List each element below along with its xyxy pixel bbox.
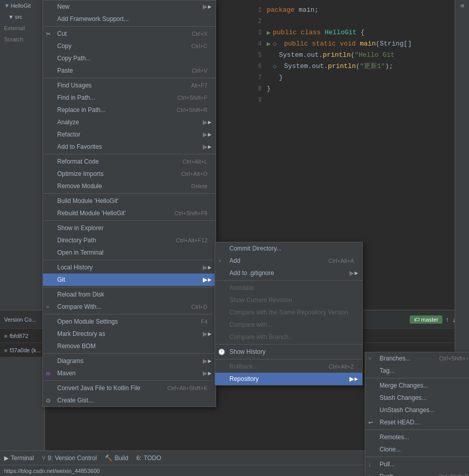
- compare-shortcut: Ctrl+D: [192, 304, 207, 310]
- menu-rebuild-module-label: Rebuild Module 'HelloGit': [57, 210, 126, 217]
- menu-local-history[interactable]: Local History ▶: [43, 261, 216, 274]
- git-annotate-label: Annotate: [229, 284, 254, 291]
- menu-find-usages-label: Find Usages: [57, 82, 91, 89]
- tree-scratch[interactable]: Scratch: [0, 34, 44, 45]
- tree-src[interactable]: ▼ src: [0, 11, 44, 22]
- repo-stash-label: Stash Changes...: [380, 394, 427, 401]
- git-add[interactable]: + Add Ctrl+Alt+A: [215, 255, 362, 267]
- repo-reset-head[interactable]: ↩ Reset HEAD...: [365, 416, 469, 428]
- menu-create-gist-label: Create Gist...: [57, 397, 93, 404]
- repo-stash[interactable]: Stash Changes...: [365, 392, 469, 404]
- repo-tag[interactable]: Tag...: [365, 365, 469, 377]
- git-add-gitignore[interactable]: Add to .gitignore ▶: [215, 267, 362, 279]
- sep-3: [43, 154, 216, 154]
- menu-open-module-settings[interactable]: Open Module Settings F4: [43, 315, 216, 328]
- optimize-shortcut: Ctrl+Alt+O: [181, 171, 207, 177]
- menu-compare-with-label: Compare With...: [57, 303, 102, 310]
- menu-add-framework[interactable]: Add Framework Support...: [43, 13, 216, 25]
- menu-copy-path[interactable]: Copy Path...: [43, 52, 216, 64]
- menu-git[interactable]: Git ▶: [43, 274, 216, 286]
- structure-icon[interactable]: ≡: [459, 4, 466, 8]
- menu-new[interactable]: New ▶: [43, 1, 216, 13]
- menu-compare-with[interactable]: ≈ Compare With... Ctrl+D: [43, 301, 216, 313]
- tab-terminal[interactable]: ▶ Terminal: [4, 455, 34, 462]
- menu-replace-in-path[interactable]: Replace in Path... Ctrl+Shift+R: [43, 104, 216, 116]
- git-add-gitignore-label: Add to .gitignore: [229, 269, 274, 277]
- git-rollback-label: Rollback...: [229, 363, 258, 370]
- repo-clone[interactable]: Clone...: [365, 443, 469, 456]
- tab-build[interactable]: 🔨 Build: [105, 455, 128, 462]
- git-compare-with[interactable]: Compare with...: [215, 319, 362, 331]
- git-commit-directory[interactable]: Commit Directory...: [215, 242, 362, 255]
- repo-branches[interactable]: ⑂ Branches... Ctrl+Shift+↑: [365, 352, 469, 365]
- git-show-history[interactable]: 🕐 Show History: [215, 346, 362, 358]
- git-rollback[interactable]: Rollback... Ctrl+Alt+Z: [215, 360, 362, 373]
- menu-remove-bom[interactable]: Remove BOM: [43, 340, 216, 352]
- git-compare-branch[interactable]: Compare with Branch...: [215, 331, 362, 343]
- menu-mark-directory[interactable]: Mark Directory as ▶: [43, 328, 216, 340]
- menu-analyze[interactable]: Analyze ▶: [43, 116, 216, 128]
- cut-shortcut: Ctrl+X: [192, 31, 207, 37]
- open-module-shortcut: F4: [201, 319, 207, 325]
- menu-create-gist[interactable]: ⊙ Create Gist...: [43, 394, 216, 406]
- history-icon: 🕐: [218, 349, 225, 355]
- menu-cut[interactable]: ✂ Cut Ctrl+X: [43, 28, 216, 40]
- git-show-current[interactable]: Show Current Revision: [215, 294, 362, 306]
- git-repository[interactable]: Repository ▶: [215, 373, 362, 385]
- menu-convert-kotlin[interactable]: Convert Java File to Kotlin File Ctrl+Al…: [43, 382, 216, 394]
- menu-find-usages[interactable]: Find Usages Alt+F7: [43, 79, 216, 92]
- menu-remove-module-label: Remove Module: [57, 183, 102, 190]
- new-arrow: ▶: [203, 3, 207, 10]
- repo-remotes[interactable]: Remotes...: [365, 431, 469, 443]
- maven-arrow: ▶: [203, 370, 207, 377]
- todo-label: TODO: [144, 455, 161, 462]
- menu-open-terminal[interactable]: Open in Terminal: [43, 246, 216, 259]
- terminal-label: Terminal: [11, 455, 34, 462]
- sep-2: [43, 78, 216, 78]
- menu-diagrams-label: Diagrams: [57, 357, 83, 365]
- menu-add-favorites[interactable]: Add to Favorites ▶: [43, 141, 216, 153]
- menu-show-explorer[interactable]: Show in Explorer: [43, 222, 216, 234]
- commit-info-1: fbfd872: [10, 333, 29, 339]
- repo-arrow: ▶: [349, 375, 354, 382]
- remove-module-shortcut: Delete: [191, 183, 207, 189]
- menu-rebuild-module[interactable]: Rebuild Module 'HelloGit' Ctrl+Shift+F9: [43, 207, 216, 219]
- menu-remove-module[interactable]: Remove Module Delete: [43, 180, 216, 192]
- analyze-arrow: ▶: [203, 119, 207, 126]
- repo-merge-changes[interactable]: Merge Changes...: [365, 379, 469, 392]
- menu-refactor[interactable]: Refactor ▶: [43, 128, 216, 141]
- repo-pull[interactable]: ↓ Pull...: [365, 458, 469, 470]
- menu-diagrams[interactable]: Diagrams ▶: [43, 355, 216, 367]
- menu-find-in-path[interactable]: Find in Path... Ctrl+Shift+F: [43, 92, 216, 104]
- menu-build-module[interactable]: Build Module 'HelloGit': [43, 195, 216, 207]
- add-shortcut: Ctrl+Alt+A: [329, 258, 354, 264]
- git-annotate[interactable]: Annotate: [215, 282, 362, 294]
- repo-sep-3: [365, 457, 469, 457]
- menu-optimize-imports-label: Optimize Imports: [57, 170, 104, 177]
- repo-push[interactable]: ↑ Push... Ctrl+Shift+K: [365, 470, 469, 476]
- sync-up-icon[interactable]: ↑: [445, 315, 449, 324]
- tab-todo[interactable]: 6: TODO: [136, 455, 161, 462]
- push-icon: ↑: [368, 473, 371, 476]
- build-icon: 🔨: [105, 455, 112, 462]
- menu-remove-bom-label: Remove BOM: [57, 343, 96, 350]
- menu-copy[interactable]: Copy Ctrl+C: [43, 40, 216, 52]
- menu-local-history-label: Local History: [57, 264, 92, 271]
- git-repository-label: Repository: [229, 375, 259, 382]
- menu-optimize-imports[interactable]: Optimize Imports Ctrl+Alt+O: [43, 168, 216, 180]
- menu-reformat[interactable]: Reformat Code Ctrl+Alt+L: [43, 155, 216, 168]
- tree-external[interactable]: External: [0, 22, 44, 34]
- menu-reload-disk[interactable]: Reload from Disk: [43, 288, 216, 301]
- repo-unstash[interactable]: UnStash Changes...: [365, 404, 469, 416]
- repo-branches-label: Branches...: [380, 355, 411, 362]
- tab-version-control[interactable]: ⑂ 9: Version Control: [42, 455, 97, 462]
- cut-icon: ✂: [46, 31, 51, 37]
- tree-hello-git[interactable]: ▼ HelloGit: [0, 0, 44, 11]
- git-compare-same[interactable]: Compare with the Same Repository Version: [215, 306, 362, 319]
- menu-maven[interactable]: m Maven ▶: [43, 367, 216, 379]
- git-sep-3: [215, 359, 362, 359]
- git-sep-2: [215, 344, 362, 345]
- replace-in-path-shortcut: Ctrl+Shift+R: [177, 107, 207, 113]
- menu-paste[interactable]: Paste Ctrl+V: [43, 64, 216, 77]
- menu-directory-path[interactable]: Directory Path Ctrl+Alt+F12: [43, 234, 216, 246]
